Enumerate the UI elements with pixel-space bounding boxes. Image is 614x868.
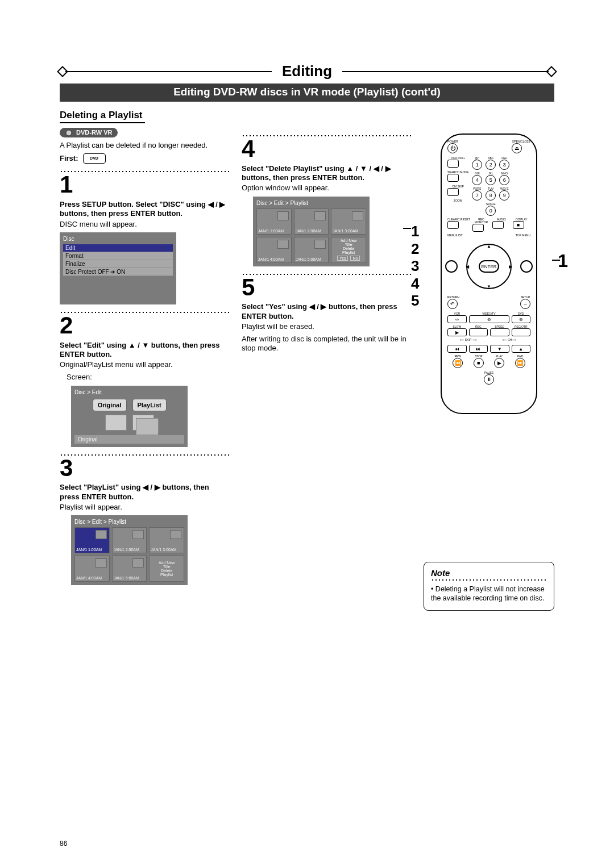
thumb-icon xyxy=(170,530,181,539)
thumb-icon xyxy=(132,530,144,539)
num-1-button: 1 xyxy=(472,160,482,170)
vcrplus-button-icon xyxy=(447,160,459,168)
left-arrow-icon: ◀ xyxy=(466,264,469,269)
page-title: Editing xyxy=(272,62,342,80)
slow-button-icon: ▶ xyxy=(447,328,467,336)
power-button-icon: ⏻ xyxy=(447,143,458,153)
thumb-icon xyxy=(132,558,144,567)
step-5-body-2: After writing to disc is completed, the … xyxy=(242,335,411,353)
cmskip-button-icon xyxy=(447,188,459,196)
topmenu-label: TOP MENU xyxy=(516,234,530,237)
first-label: First: xyxy=(60,154,78,163)
note-box: Note • Deleting a Playlist will not incr… xyxy=(424,562,554,611)
note-body: • Deleting a Playlist will not increase … xyxy=(431,585,547,603)
playlist-cell: JAN/1 1:00AM xyxy=(74,527,110,553)
thumb-icon xyxy=(314,240,326,249)
open-label: OPEN/CLOSE xyxy=(512,140,530,143)
step-4-number: 4 xyxy=(242,138,411,160)
step-4-body: Option window will appear. xyxy=(242,183,411,193)
step-3-body: Playlist will appear. xyxy=(60,503,229,512)
index-2: 2 xyxy=(411,241,419,257)
audio-button-icon xyxy=(492,221,504,229)
disc-menu-item: Edit xyxy=(63,244,173,252)
edit-menu-breadcrumb: Disc > Edit xyxy=(74,389,184,395)
heading-rule xyxy=(60,122,145,123)
speed-button-icon xyxy=(490,328,509,336)
recotr-button-icon xyxy=(512,328,531,336)
enter-button: ENTER xyxy=(479,260,499,273)
edit-illustration-single xyxy=(105,415,127,431)
dvdrw-vr-badge-icon: DVD-RW VR xyxy=(60,128,118,137)
playlist-cell: JAN/1 5:00AM xyxy=(294,237,329,263)
topmenu-button-icon xyxy=(520,260,533,273)
dpad-area: ENTER ▲ ▼ ◀ ▶ xyxy=(447,240,530,293)
column-left: DVD-RW VR A Playlist can be deleted if n… xyxy=(60,128,229,611)
num-9-button: 9 xyxy=(499,190,509,201)
step-1-number: 1 xyxy=(60,174,229,195)
step-4-heading: Select "Delete Playlist" using ▲ / ▼ / ◀… xyxy=(242,164,411,183)
content-columns: DVD-RW VR A Playlist can be deleted if n… xyxy=(60,128,554,611)
num-3-button: 3 xyxy=(499,160,509,170)
playlist-menu-screenshot-2: Disc > Edit > Playlist JAN/1 1:00AM JAN/… xyxy=(253,197,370,266)
playlist-cell: JAN/1 2:00AM xyxy=(112,527,147,553)
num-0-button: 0 xyxy=(486,206,496,216)
playlist-cell: JAN/1 3:00AM xyxy=(149,527,184,553)
num-5-button: 5 xyxy=(486,175,496,185)
rule-left xyxy=(65,71,272,72)
column-middle: 4 Select "Delete Playlist" using ▲ / ▼ /… xyxy=(242,128,411,611)
return-button-icon: ↶ xyxy=(447,299,458,309)
callout-line-left xyxy=(403,228,411,229)
rec-button-icon xyxy=(469,328,488,336)
setup-button-icon: – xyxy=(520,299,530,309)
fwd-button-icon: ⏩ xyxy=(515,358,525,368)
page-number: 86 xyxy=(60,840,67,848)
index-4: 4 xyxy=(411,276,419,292)
num-2-button: 2 xyxy=(486,160,496,170)
edit-tab-original: Original xyxy=(93,399,127,411)
search-label: SEARCH MODE xyxy=(447,171,468,174)
index-1: 1 xyxy=(411,223,419,240)
remote-illustration: 1 2 3 4 5 1 POWER⏻ OPEN/CLOSE⏏ xyxy=(424,128,554,414)
num-6-button: 6 xyxy=(499,175,509,185)
up-arrow-icon: ▲ xyxy=(487,244,491,249)
edit-illustration-multi xyxy=(132,415,154,431)
step-1-body: DISC menu will appear. xyxy=(60,220,229,229)
disc-menu-breadcrumb: Disc xyxy=(63,236,173,242)
step-2-number: 2 xyxy=(60,315,229,336)
skip-next-button-icon: ⏭ xyxy=(469,345,488,353)
rule-right xyxy=(342,71,549,72)
index-5: 5 xyxy=(411,293,419,309)
disc-menu-item: Finalize xyxy=(63,260,173,268)
dotted-separator xyxy=(60,311,229,314)
thumb-icon xyxy=(352,211,363,220)
callout-number-right: 1 xyxy=(558,251,568,272)
ch-up-button-icon: ▲ xyxy=(512,345,531,353)
no-option: No xyxy=(350,256,360,261)
page-subtitle: Editing DVD-RW discs in VR mode (Playlis… xyxy=(60,84,554,102)
step-2-screen-label: Screen: xyxy=(60,373,229,382)
step-5-number: 5 xyxy=(242,277,411,298)
dotted-separator xyxy=(242,273,411,276)
svg-point-0 xyxy=(66,130,72,136)
ch-down-button-icon: ▼ xyxy=(490,345,509,353)
step-1-heading: Press SETUP button. Select "DISC" using … xyxy=(60,200,229,219)
stop-button-icon: ■ xyxy=(474,358,484,368)
section-heading: Deleting a Playlist xyxy=(60,110,554,121)
remote-step-index: 1 2 3 4 5 xyxy=(411,223,419,309)
clear-button-icon xyxy=(447,221,459,229)
diamond-left-icon xyxy=(57,66,68,77)
vcr-button-icon: ∞ xyxy=(447,315,467,323)
return-label: RETURN xyxy=(447,296,459,299)
menulist-button-icon xyxy=(445,260,458,273)
column-right: 1 2 3 4 5 1 POWER⏻ OPEN/CLOSE⏏ xyxy=(424,128,554,611)
playlist-cell: JAN/1 4:00AM xyxy=(74,556,110,582)
num-8-button: 8 xyxy=(486,190,496,201)
note-separator xyxy=(431,579,547,581)
disc-menu-screenshot: Disc Edit Format Finalize Disc Protect O… xyxy=(60,232,176,304)
step-2-body: Original/PlayList menu will appear. xyxy=(60,360,229,369)
dotted-separator xyxy=(242,135,411,137)
intro-text: A Playlist can be deleted if no longer n… xyxy=(60,141,229,150)
note-title: Note xyxy=(431,568,547,578)
title-banner: Editing Editing DVD-RW discs in VR mode … xyxy=(60,62,554,102)
playlist-breadcrumb: Disc > Edit > Playlist xyxy=(74,519,184,525)
